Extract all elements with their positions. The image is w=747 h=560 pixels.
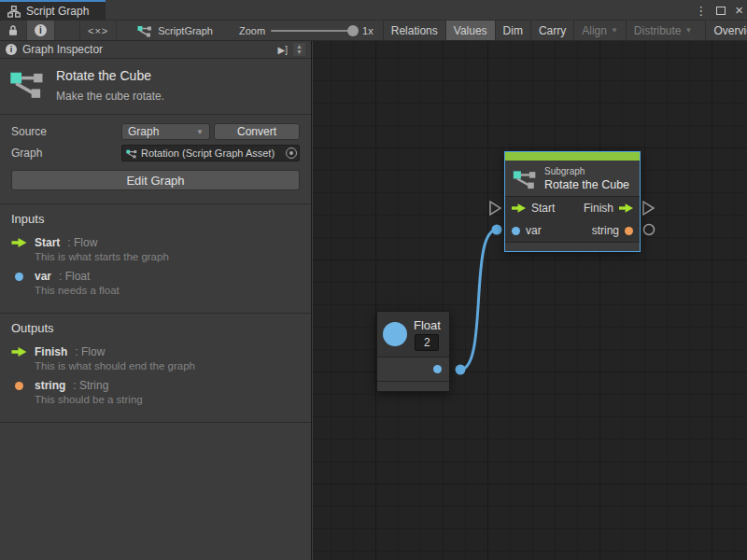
- string-port-icon: [11, 382, 27, 390]
- zoom-control: Zoom 1x: [230, 21, 383, 40]
- inputs-header: Inputs: [11, 212, 300, 226]
- outputs-section: Outputs Finish : Flow This is what shoul…: [0, 314, 311, 423]
- code-preview-button[interactable]: <×>: [79, 21, 117, 40]
- node-selected-bar: [505, 152, 640, 161]
- finish-port[interactable]: Finish: [584, 202, 633, 215]
- node-type-label: Subgraph: [544, 166, 629, 176]
- list-item: var : Float This needs a float: [11, 270, 300, 296]
- flow-port-icon: [11, 238, 27, 247]
- graph-asset-row: Graph Rotation (Script Graph Asset): [11, 145, 300, 161]
- info-icon: i: [35, 24, 47, 36]
- inputs-section: Inputs Start : Flow This is what starts …: [0, 204, 311, 314]
- float-icon: [383, 322, 407, 346]
- inspector-toggle-button[interactable]: i: [27, 21, 55, 40]
- code-icon: <×>: [88, 25, 108, 36]
- inspector-title: Graph Inspector: [22, 43, 273, 56]
- object-picker-icon[interactable]: [286, 147, 297, 159]
- graph-inspector-panel: i Graph Inspector ▶] ▲ ▼ Rotate the Cube…: [0, 41, 312, 560]
- spin-down-icon: ▼: [296, 49, 303, 55]
- lock-icon: [7, 24, 19, 36]
- float-node-body: [377, 357, 449, 381]
- graph-asset-value: Rotation (Script Graph Asset): [141, 147, 282, 159]
- flow-port-icon: [512, 203, 526, 213]
- window-controls: ⋮ ×: [695, 0, 743, 21]
- lock-button[interactable]: [0, 21, 27, 40]
- distribute-button[interactable]: Distribute ▼: [626, 21, 700, 40]
- float-node-footer: [377, 381, 449, 391]
- source-dropdown[interactable]: Graph ▼: [121, 123, 210, 140]
- align-button[interactable]: Align ▼: [573, 21, 626, 40]
- var-port[interactable]: var: [512, 224, 542, 237]
- string-output-port[interactable]: [644, 225, 655, 235]
- chevron-down-icon: ▼: [196, 128, 204, 136]
- script-graph-window: Script Graph ⋮ × i <×>: [0, 0, 747, 560]
- wire-start-dot[interactable]: [456, 365, 466, 375]
- subgraph-node[interactable]: Subgraph Rotate the Cube Start Finish: [504, 151, 641, 252]
- subgraph-node-ports: Start Finish var string: [505, 196, 640, 242]
- list-item: string : String This should be a string: [11, 379, 300, 405]
- graph-asset-label: Graph: [11, 147, 121, 160]
- toolbar-buttons: Relations Values Dim Carry Align ▼ Distr…: [383, 21, 747, 40]
- tab-script-graph[interactable]: Script Graph: [0, 0, 106, 21]
- zoom-value: 1x: [362, 25, 374, 36]
- source-row: Source Graph ▼ Convert: [11, 123, 300, 140]
- zoom-slider-handle[interactable]: [347, 25, 359, 36]
- graph-asset-field[interactable]: Rotation (Script Graph Asset): [121, 145, 300, 161]
- flow-input-port[interactable]: [490, 202, 500, 215]
- chevron-down-icon: ▼: [685, 26, 693, 35]
- list-item: Finish : Flow This is what should end th…: [11, 345, 300, 371]
- script-graph-icon: [513, 168, 537, 189]
- source-label: Source: [11, 125, 121, 138]
- list-item: Start : Flow This is what starts the gra…: [11, 236, 300, 262]
- graph-settings-section: Source Graph ▼ Convert Graph: [0, 115, 311, 204]
- flow-port-row: Start Finish: [505, 197, 640, 219]
- close-icon[interactable]: ×: [735, 6, 743, 15]
- outputs-header: Outputs: [11, 321, 300, 335]
- window-menu-icon[interactable]: ⋮: [695, 4, 707, 18]
- hierarchy-icon: [7, 6, 21, 18]
- connection-wire[interactable]: [460, 230, 497, 370]
- tab-title: Script Graph: [26, 5, 89, 18]
- subgraph-node-header[interactable]: Subgraph Rotate the Cube: [505, 161, 640, 196]
- inspector-header: i Graph Inspector ▶] ▲ ▼: [0, 41, 311, 59]
- wire-end-dot[interactable]: [492, 225, 502, 235]
- script-graph-icon: [9, 68, 45, 99]
- dim-button[interactable]: Dim: [495, 21, 530, 40]
- convert-button[interactable]: Convert: [214, 123, 300, 140]
- graph-toolbar: i <×> ScriptGraph Zoom 1x Relations Valu…: [0, 21, 747, 41]
- value-port-row: var string: [505, 219, 640, 242]
- dock-icon[interactable]: ▶]: [278, 45, 288, 55]
- zoom-label: Zoom: [239, 25, 265, 36]
- graph-canvas[interactable]: Subgraph Rotate the Cube Start Finish: [313, 41, 747, 560]
- float-output-port[interactable]: [433, 365, 442, 373]
- tab-strip: Script Graph ⋮ ×: [0, 0, 747, 21]
- panel-resize-spinner[interactable]: ▲ ▼: [293, 43, 305, 56]
- string-port-icon: [625, 227, 633, 235]
- flow-port-icon: [619, 203, 633, 213]
- info-icon: i: [6, 44, 17, 55]
- relations-button[interactable]: Relations: [383, 21, 445, 40]
- float-node-header[interactable]: Float 2: [377, 312, 449, 357]
- values-button[interactable]: Values: [445, 21, 495, 40]
- graph-breadcrumb[interactable]: ScriptGraph: [128, 21, 222, 40]
- graph-title: Rotate the Cube: [56, 68, 164, 83]
- node-title: Float: [414, 318, 441, 332]
- float-port-icon: [512, 227, 520, 235]
- string-port[interactable]: string: [592, 224, 633, 237]
- float-node[interactable]: Float 2: [376, 311, 450, 392]
- maximize-icon[interactable]: [716, 7, 726, 15]
- subgraph-node-footer: [505, 242, 640, 251]
- script-graph-icon: [126, 148, 137, 159]
- flow-output-port[interactable]: [643, 202, 654, 215]
- graph-name-label: ScriptGraph: [158, 25, 213, 36]
- flow-port-icon: [11, 347, 27, 357]
- carry-button[interactable]: Carry: [530, 21, 573, 40]
- float-value-input[interactable]: 2: [415, 334, 439, 351]
- overview-button[interactable]: Overview: [705, 21, 747, 40]
- float-port-icon: [11, 273, 27, 281]
- chevron-down-icon: ▼: [611, 26, 618, 35]
- start-port[interactable]: Start: [512, 202, 555, 215]
- edit-graph-button[interactable]: Edit Graph: [11, 170, 300, 190]
- zoom-slider[interactable]: [271, 30, 357, 32]
- wire-layer: [313, 41, 747, 560]
